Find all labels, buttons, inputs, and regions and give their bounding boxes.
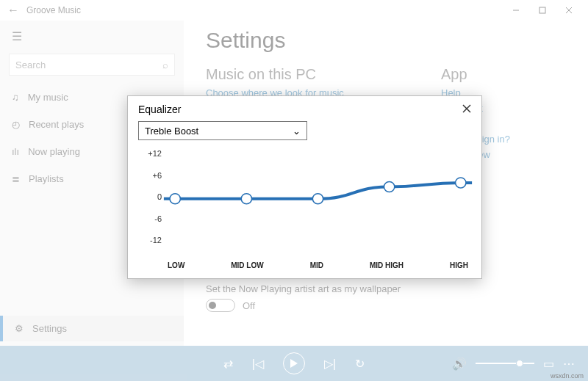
y-tick: -6 xyxy=(141,214,162,223)
chevron-down-icon: ⌄ xyxy=(293,126,301,137)
x-tick: MID xyxy=(310,261,323,269)
eq-band-handle[interactable] xyxy=(312,194,323,204)
eq-plot-area xyxy=(168,149,468,244)
eq-band-handle[interactable] xyxy=(456,178,466,188)
watermark: wsxdn.com xyxy=(551,372,584,380)
x-tick: LOW xyxy=(168,261,184,269)
preset-value: Treble Boost xyxy=(145,126,198,137)
y-tick: -12 xyxy=(141,236,162,244)
eq-band-handle[interactable] xyxy=(170,194,180,204)
eq-band-handle[interactable] xyxy=(384,181,394,192)
equalizer-chart: +12 +6 0 -6 -12 LOW MID LOW MID MID HIGH… xyxy=(141,145,468,269)
y-tick: 0 xyxy=(141,192,162,201)
equalizer-dialog: Equalizer Treble Boost ⌄ +12 +6 0 -6 -12… xyxy=(127,95,482,279)
x-tick: MID LOW xyxy=(231,261,263,269)
close-icon xyxy=(462,104,471,113)
preset-dropdown[interactable]: Treble Boost ⌄ xyxy=(138,121,307,140)
dialog-title: Equalizer xyxy=(138,104,181,115)
y-tick: +12 xyxy=(141,149,162,158)
x-tick: MID HIGH xyxy=(370,261,404,269)
dialog-close-button[interactable] xyxy=(462,104,471,115)
x-axis-labels: LOW MID LOW MID MID HIGH HIGH xyxy=(168,261,468,269)
app-window: ← Groove Music ☰ Search ⌕ ♫ My music ◴ R… xyxy=(0,0,588,381)
x-tick: HIGH xyxy=(450,261,468,269)
y-tick: +6 xyxy=(141,171,162,180)
y-axis-labels: +12 +6 0 -6 -12 xyxy=(141,149,162,244)
eq-band-handle[interactable] xyxy=(241,194,251,204)
